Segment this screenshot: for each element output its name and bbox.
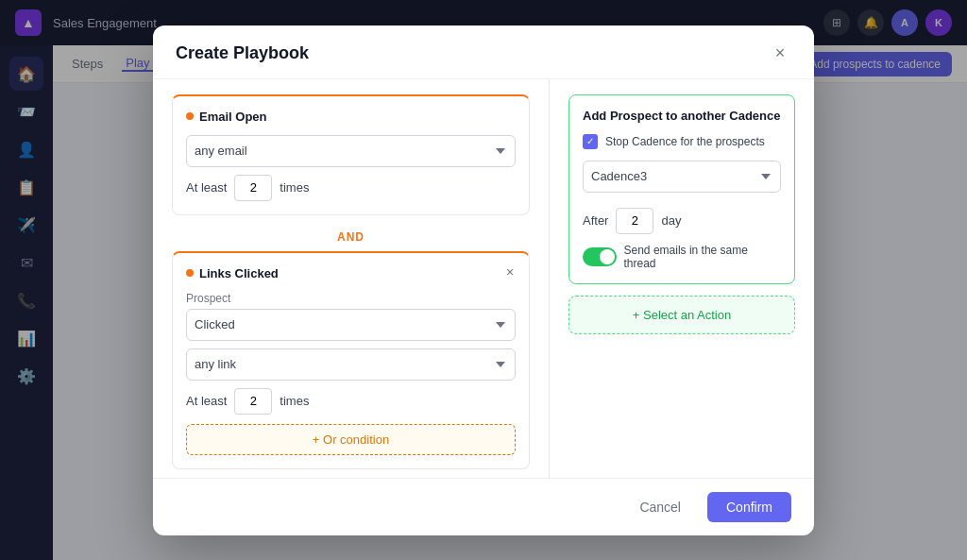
after-label: After [583, 213, 608, 228]
stop-cadence-row: ✓ Stop Cadence for the prospects [583, 134, 781, 149]
email-open-card: Email Open any email specific email At l… [172, 94, 530, 215]
email-open-atleast-input[interactable] [234, 175, 272, 201]
right-panel: Add Prospect to another Cadence ✓ Stop C… [550, 79, 814, 478]
dialog-close-button[interactable]: × [769, 42, 791, 65]
links-clicked-select[interactable]: Clicked Not Clicked [186, 309, 516, 341]
email-open-atleast-row: At least times [186, 175, 516, 201]
email-open-label: Email Open [199, 110, 267, 124]
links-clicked-card: × Links Clicked Prospect Clicked Not Cli… [172, 251, 530, 469]
prospect-label: Prospect [186, 292, 516, 305]
and-connector: AND [172, 223, 530, 251]
thread-toggle[interactable] [583, 247, 617, 266]
after-row: After day [583, 208, 781, 234]
links-atleast-input[interactable] [234, 388, 272, 415]
create-playbook-dialog: Create Playbook × Email Open any email s… [153, 25, 814, 535]
modal-overlay: Create Playbook × Email Open any email s… [0, 0, 967, 560]
dialog-header: Create Playbook × [153, 25, 814, 79]
left-panel: Email Open any email specific email At l… [153, 79, 550, 478]
links-clicked-link-select[interactable]: any link specific link [186, 348, 516, 381]
select-action-button[interactable]: + Select an Action [568, 296, 795, 334]
cancel-button[interactable]: Cancel [624, 492, 696, 522]
cadence-select[interactable]: Cadence3 Cadence1 Cadence2 [583, 161, 781, 193]
action-card-title: Add Prospect to another Cadence [583, 109, 781, 123]
confirm-button[interactable]: Confirm [707, 492, 791, 522]
links-times-label: times [280, 394, 309, 408]
toggle-knob [600, 249, 615, 264]
dialog-title: Create Playbook [176, 43, 309, 63]
email-open-title: Email Open [186, 110, 516, 124]
times-label: times [280, 180, 309, 195]
links-clicked-label: Links Clicked [199, 266, 279, 280]
orange-dot-icon [186, 112, 194, 120]
day-label: day [661, 213, 681, 228]
stop-cadence-checkbox[interactable]: ✓ [583, 134, 598, 149]
links-clicked-close-button[interactable]: × [500, 263, 519, 281]
or-condition-button[interactable]: + Or condition [186, 424, 516, 455]
action-card: Add Prospect to another Cadence ✓ Stop C… [568, 94, 795, 284]
links-atleast-row: At least times [186, 388, 516, 415]
email-open-select[interactable]: any email specific email [186, 135, 516, 167]
links-atleast-label: At least [186, 394, 227, 408]
dialog-body: Email Open any email specific email At l… [153, 79, 814, 478]
links-clicked-title: Links Clicked [186, 266, 516, 280]
atleast-label: At least [186, 180, 227, 195]
thread-toggle-row: Send emails in the same thread [583, 244, 781, 270]
dialog-footer: Cancel Confirm [153, 478, 814, 535]
thread-toggle-label: Send emails in the same thread [624, 244, 781, 270]
links-orange-dot-icon [186, 269, 194, 277]
stop-cadence-label: Stop Cadence for the prospects [605, 135, 765, 148]
after-input[interactable] [616, 208, 653, 234]
